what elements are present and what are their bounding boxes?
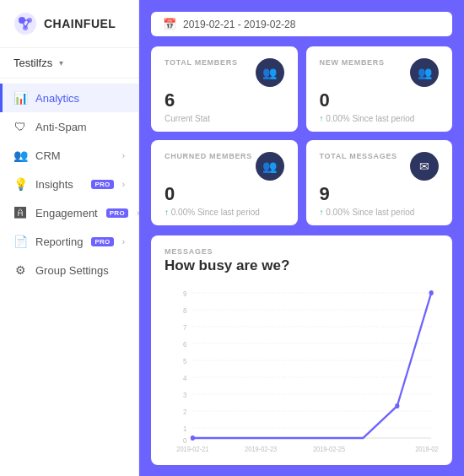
arrow-icon-reporting: › <box>122 237 125 246</box>
y-label-5: 5 <box>183 357 187 366</box>
stat-value-2: 0 <box>165 184 284 204</box>
stat-footer-arrow-1: ↑ <box>320 114 326 123</box>
sidebar-item-label-analytics: Analytics <box>35 92 125 105</box>
y-label-2: 2 <box>183 408 187 417</box>
svg-point-0 <box>14 13 36 35</box>
y-label-6: 6 <box>183 340 187 349</box>
sidebar-nav: 📊Analytics🛡Anti-Spam👥CRM›💡InsightsPRO›🅰E… <box>0 78 138 476</box>
group-settings-icon: ⚙ <box>13 263 27 277</box>
arrow-icon-insights: › <box>122 180 125 189</box>
sidebar-item-label-group-settings: Group Settings <box>35 264 125 277</box>
stat-footer-1: ↑ 0.00% Since last period <box>320 114 440 123</box>
anti-spam-icon: 🛡 <box>13 120 27 133</box>
calendar-icon: 📅 <box>163 18 176 30</box>
chart-area: 9 8 7 6 5 4 3 2 1 0 2 <box>165 284 439 453</box>
date-range-text: 2019-02-21 - 2019-02-28 <box>183 19 295 30</box>
y-label-4: 4 <box>183 374 187 383</box>
stat-card-2: CHURNED MEMBERS👥0↑ 0.00% Since last peri… <box>151 140 298 225</box>
stat-value-3: 9 <box>320 184 440 204</box>
chevron-down-icon: ▾ <box>59 58 63 68</box>
chart-line <box>192 293 431 438</box>
sidebar-item-label-insights: Insights <box>35 178 83 191</box>
stat-icon-0: 👥 <box>256 58 284 87</box>
stat-icon-3: ✉ <box>410 152 439 181</box>
crm-icon: 👥 <box>13 149 27 162</box>
y-label-1: 1 <box>183 425 187 434</box>
stat-label-0: TOTAL MEMBERS <box>165 58 238 67</box>
stat-card-header-1: NEW MEMBERS👥 <box>320 58 440 87</box>
user-menu[interactable]: Testilfzs ▾ <box>0 48 138 78</box>
sidebar-item-label-anti-spam: Anti-Spam <box>35 121 125 133</box>
analytics-icon: 📊 <box>13 91 27 105</box>
sidebar: CHAINFUEL Testilfzs ▾ 📊Analytics🛡Anti-Sp… <box>0 0 139 476</box>
stat-card-0: TOTAL MEMBERS👥6Current Stat <box>151 46 298 132</box>
arrow-icon-crm: › <box>122 151 125 160</box>
stat-value-1: 0 <box>320 90 440 111</box>
y-label-3: 3 <box>183 391 187 400</box>
data-point-0 <box>191 435 195 441</box>
stat-label-3: TOTAL MESSAGES <box>320 152 397 160</box>
x-label-7: 2019-02-28 <box>415 446 439 453</box>
sidebar-item-crm[interactable]: 👥CRM› <box>0 141 138 170</box>
logo-area: CHAINFUEL <box>0 0 138 48</box>
stat-card-header-3: TOTAL MESSAGES✉ <box>320 152 440 181</box>
logo-icon <box>13 12 37 35</box>
stat-value-0: 6 <box>165 90 284 111</box>
y-label-9: 9 <box>183 289 187 299</box>
sidebar-item-label-crm: CRM <box>35 149 114 162</box>
x-label-2: 2019-02-23 <box>245 446 278 453</box>
stat-label-2: CHURNED MEMBERS <box>165 152 252 160</box>
stat-icon-1: 👥 <box>410 58 439 87</box>
engagement-icon: 🅰 <box>13 206 27 219</box>
data-point-7 <box>429 290 434 295</box>
stat-footer-arrow-3: ↑ <box>320 208 326 217</box>
chart-section-label: MESSAGES <box>165 247 439 256</box>
stat-footer-3: ↑ 0.00% Since last period <box>320 208 440 217</box>
main-content: 📅 2019-02-21 - 2019-02-28 TOTAL MEMBERS👥… <box>139 0 464 476</box>
chart-svg: 9 8 7 6 5 4 3 2 1 0 2 <box>165 284 439 453</box>
badge-engagement: PRO <box>106 208 128 218</box>
x-label-0: 2019-02-21 <box>176 446 209 453</box>
sidebar-item-anti-spam[interactable]: 🛡Anti-Spam <box>0 112 138 141</box>
x-label-4: 2019-02-25 <box>313 446 346 453</box>
date-range-bar[interactable]: 📅 2019-02-21 - 2019-02-28 <box>151 12 452 36</box>
stat-card-1: NEW MEMBERS👥0↑ 0.00% Since last period <box>306 46 453 132</box>
data-point-6 <box>395 403 399 408</box>
reporting-icon: 📄 <box>13 235 27 248</box>
chart-title: How busy are we? <box>165 257 439 274</box>
y-label-7: 7 <box>183 323 187 333</box>
sidebar-item-engagement[interactable]: 🅰EngagementPRO› <box>0 198 138 227</box>
logo-text: CHAINFUEL <box>44 17 116 30</box>
y-label-8: 8 <box>183 306 187 316</box>
badge-reporting: PRO <box>91 237 113 246</box>
stats-grid: TOTAL MEMBERS👥6Current StatNEW MEMBERS👥0… <box>151 46 452 225</box>
sidebar-item-insights[interactable]: 💡InsightsPRO› <box>0 170 138 198</box>
stat-footer-0: Current Stat <box>165 114 284 123</box>
chart-card: MESSAGES How busy are we? 9 8 7 6 5 <box>151 235 452 465</box>
stat-footer-2: ↑ 0.00% Since last period <box>165 208 284 217</box>
sidebar-item-reporting[interactable]: 📄ReportingPRO› <box>0 227 138 256</box>
badge-insights: PRO <box>91 180 113 189</box>
stat-label-1: NEW MEMBERS <box>320 58 385 67</box>
stat-footer-arrow-2: ↑ <box>165 208 171 217</box>
username: Testilfzs <box>13 57 52 69</box>
arrow-icon-engagement: › <box>137 208 139 218</box>
stat-card-3: TOTAL MESSAGES✉9↑ 0.00% Since last perio… <box>306 140 453 225</box>
stat-card-header-2: CHURNED MEMBERS👥 <box>165 152 284 181</box>
sidebar-item-analytics[interactable]: 📊Analytics <box>0 84 138 112</box>
stat-icon-2: 👥 <box>256 152 284 181</box>
sidebar-item-group-settings[interactable]: ⚙Group Settings <box>0 256 138 284</box>
insights-icon: 💡 <box>13 177 27 191</box>
stat-card-header-0: TOTAL MEMBERS👥 <box>165 58 284 87</box>
sidebar-item-label-reporting: Reporting <box>35 235 83 248</box>
sidebar-item-label-engagement: Engagement <box>35 207 98 219</box>
y-label-0: 0 <box>183 436 187 446</box>
